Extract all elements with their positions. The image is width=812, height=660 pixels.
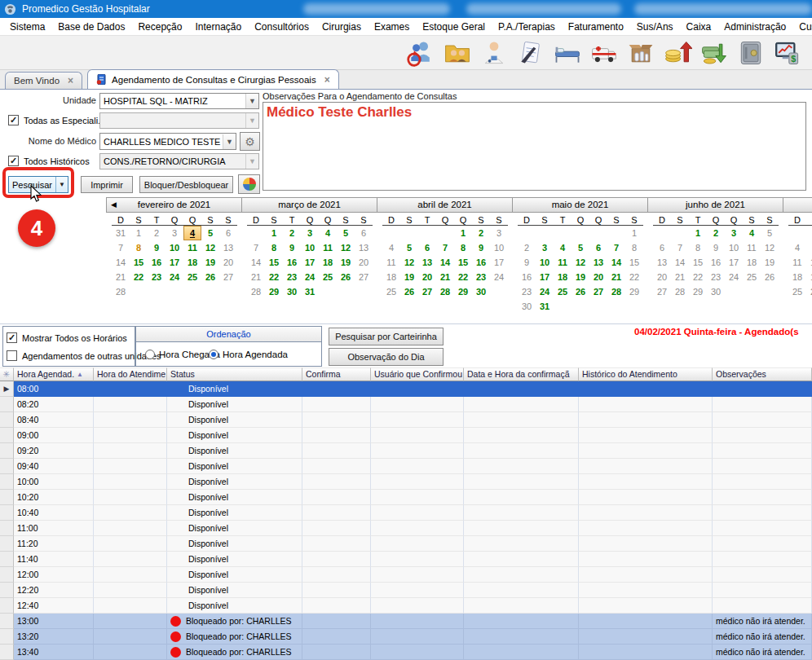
calendar-day[interactable]: 29 bbox=[454, 284, 472, 299]
cell-hora-atendimento[interactable] bbox=[94, 490, 167, 505]
calendar-day[interactable]: 30 bbox=[518, 299, 536, 314]
pesquisar-carteirinha-button[interactable]: Pesquisar por Carteirinha bbox=[329, 328, 444, 345]
column-header-confirma[interactable]: Confirma bbox=[302, 367, 371, 381]
cell-confirma[interactable] bbox=[302, 412, 371, 428]
cell-data-confirmacao[interactable] bbox=[464, 567, 579, 583]
cell-historico[interactable] bbox=[579, 428, 713, 443]
calendar-day[interactable]: 15 bbox=[130, 255, 148, 270]
calendar-day[interactable]: 25 bbox=[382, 284, 400, 299]
cell-usuario[interactable] bbox=[371, 381, 464, 397]
calendar-day[interactable]: 24 bbox=[490, 270, 508, 284]
menu-item-base-de-dados[interactable]: Base de Dados bbox=[51, 19, 131, 35]
calendar-day[interactable]: 14 bbox=[671, 255, 689, 270]
cell-status[interactable]: Disponível bbox=[167, 536, 302, 552]
cell-confirma[interactable] bbox=[302, 645, 371, 660]
cell-confirma[interactable] bbox=[302, 536, 371, 552]
calendar-day[interactable]: 17 bbox=[490, 255, 508, 270]
calendar-day[interactable]: 6 bbox=[418, 240, 436, 255]
cell-usuario[interactable] bbox=[371, 428, 464, 443]
calendar-day[interactable]: 26 bbox=[400, 284, 418, 299]
calendar-day[interactable]: 5 bbox=[571, 240, 589, 255]
cell-usuario[interactable] bbox=[371, 645, 464, 660]
cell-hora-agendada[interactable]: 09:20 bbox=[14, 443, 94, 459]
cell-status[interactable]: Disponível bbox=[167, 505, 302, 521]
safe-vault-icon[interactable] bbox=[735, 37, 767, 69]
calendar-day[interactable]: 31 bbox=[301, 284, 319, 299]
cell-historico[interactable] bbox=[579, 381, 713, 397]
cell-historico[interactable] bbox=[579, 536, 713, 552]
cell-historico[interactable] bbox=[579, 552, 713, 567]
table-row-0840[interactable]: 08:40Disponível bbox=[0, 412, 812, 428]
calendar-day[interactable]: 28 bbox=[247, 284, 265, 299]
imprimir-button[interactable]: Imprimir bbox=[81, 176, 133, 193]
cell-status[interactable]: Disponível bbox=[167, 521, 302, 536]
calendar-day[interactable]: 7 bbox=[671, 240, 689, 255]
table-row-0900[interactable]: 09:00Disponível bbox=[0, 428, 812, 443]
cell-hora-atendimento[interactable] bbox=[94, 412, 167, 428]
cell-observacoes[interactable] bbox=[713, 505, 812, 521]
tab-close-icon[interactable]: × bbox=[68, 75, 73, 86]
calendar-day[interactable]: 19 bbox=[761, 255, 779, 270]
cell-hora-atendimento[interactable] bbox=[94, 397, 167, 412]
calendar-day[interactable]: 8 bbox=[625, 240, 643, 255]
calendar-day[interactable]: 4 bbox=[554, 240, 571, 255]
cell-data-confirmacao[interactable] bbox=[464, 397, 579, 412]
cell-hora-agendada[interactable]: 08:20 bbox=[14, 397, 94, 412]
cell-observacoes[interactable]: médico não irá atender. bbox=[713, 614, 812, 629]
calendar-day[interactable]: 1 bbox=[625, 226, 643, 240]
cell-historico[interactable] bbox=[579, 598, 713, 614]
calendar-day[interactable]: 25 bbox=[554, 284, 571, 299]
menu-item-consult-rios[interactable]: Consultórios bbox=[248, 19, 316, 35]
cell-hora-atendimento[interactable] bbox=[94, 536, 167, 552]
column-header-observa-es[interactable]: Observações bbox=[713, 367, 812, 381]
calendar-day[interactable]: 29 bbox=[265, 284, 283, 299]
cell-confirma[interactable] bbox=[302, 505, 371, 521]
calendar-day[interactable]: 27 bbox=[219, 270, 237, 284]
cell-data-confirmacao[interactable] bbox=[464, 629, 579, 645]
calendar-day[interactable]: 19 bbox=[201, 255, 219, 270]
calendar-day[interactable]: 12 bbox=[400, 255, 418, 270]
cell-observacoes[interactable] bbox=[713, 474, 812, 490]
table-row-1240[interactable]: 12:40Disponível bbox=[0, 598, 812, 614]
menu-item-exames[interactable]: Exames bbox=[368, 19, 416, 35]
calendar-day[interactable]: 2 bbox=[518, 240, 536, 255]
table-row-1020[interactable]: 10:20Disponível bbox=[0, 490, 812, 505]
calendar-day[interactable]: 11 bbox=[743, 240, 761, 255]
calendar-day[interactable]: 9 bbox=[148, 240, 165, 255]
menu-item-p-a-terapias[interactable]: P.A./Terapias bbox=[492, 19, 562, 35]
calendar-day[interactable]: 3 bbox=[301, 226, 319, 240]
observacao-dia-button[interactable]: Observação do Dia bbox=[329, 348, 444, 366]
cell-usuario[interactable] bbox=[371, 552, 464, 567]
calendar-day[interactable]: 14 bbox=[607, 255, 625, 270]
calendar-day[interactable]: 1 bbox=[689, 226, 707, 240]
cell-confirma[interactable] bbox=[302, 552, 371, 567]
calendar-day[interactable]: 12 bbox=[761, 240, 779, 255]
column-header-status[interactable]: Status bbox=[167, 367, 302, 381]
calendar-day[interactable]: 20 bbox=[418, 270, 436, 284]
table-row-1100[interactable]: 11:00Disponível bbox=[0, 521, 812, 536]
calendar-day[interactable]: 4 bbox=[319, 226, 337, 240]
calendar-day[interactable]: 4 bbox=[743, 226, 761, 240]
cell-confirma[interactable] bbox=[302, 567, 371, 583]
cell-hora-atendimento[interactable] bbox=[94, 552, 167, 567]
calendar-day[interactable]: 11 bbox=[554, 255, 571, 270]
cell-historico[interactable] bbox=[579, 505, 713, 521]
cell-usuario[interactable] bbox=[371, 443, 464, 459]
calendar-day[interactable]: 6 bbox=[355, 226, 373, 240]
calendar-day[interactable]: 6 bbox=[653, 240, 671, 255]
column-header-data-e-hora-da-confirma[interactable]: Data e Hora da confirmaçã bbox=[464, 367, 579, 381]
cell-usuario[interactable] bbox=[371, 490, 464, 505]
cell-confirma[interactable] bbox=[302, 583, 371, 598]
calendar-day[interactable]: 22 bbox=[454, 270, 472, 284]
expenses-decrease-icon[interactable] bbox=[698, 37, 730, 69]
observacoes-textarea[interactable]: Médico Teste Charlles bbox=[263, 102, 806, 191]
calendar-day-selected[interactable]: 4 bbox=[183, 226, 201, 240]
cell-data-confirmacao[interactable] bbox=[464, 474, 579, 490]
cell-status[interactable]: Disponível bbox=[167, 397, 302, 412]
cell-hora-atendimento[interactable] bbox=[94, 521, 167, 536]
cell-hora-agendada[interactable]: 10:20 bbox=[14, 490, 94, 505]
calendar-day[interactable]: 12 bbox=[806, 255, 812, 270]
cell-data-confirmacao[interactable] bbox=[464, 412, 579, 428]
calendar-day[interactable]: 11 bbox=[183, 240, 201, 255]
calendar-day[interactable]: 7 bbox=[607, 240, 625, 255]
